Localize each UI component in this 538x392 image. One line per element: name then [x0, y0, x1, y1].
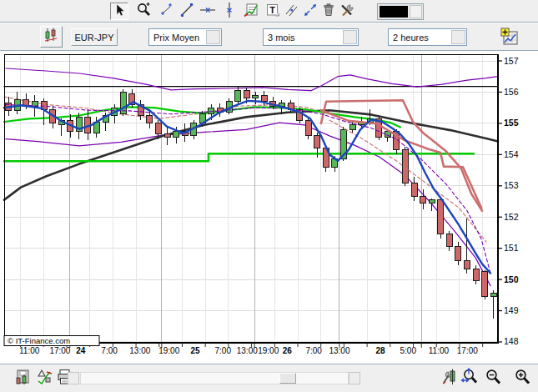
pointer-icon [112, 3, 127, 21]
zoom-in-button[interactable] [512, 369, 532, 389]
candle-body [305, 120, 311, 136]
text-tool-icon: T [265, 3, 280, 21]
candle-body [147, 116, 153, 123]
chart-style-button[interactable] [40, 26, 63, 48]
chart-panel: 14814915015115215315415515615711:0017:00… [0, 52, 538, 364]
parallel-lines-tool[interactable] [282, 3, 300, 20]
svg-text:148: 148 [504, 336, 519, 346]
scrollbar-track[interactable] [80, 372, 349, 384]
svg-text:25: 25 [191, 346, 201, 355]
svg-text:19:00: 19:00 [158, 346, 179, 355]
candle-body [438, 200, 444, 234]
vertical-line-tool[interactable] [220, 3, 239, 20]
save-chart-icon [14, 368, 33, 389]
svg-text:© IT-Finance.com: © IT-Finance.com [8, 336, 70, 345]
candle-body [429, 200, 435, 204]
svg-text:26: 26 [283, 346, 293, 355]
move-resize-tool[interactable] [301, 3, 319, 20]
zoom-fit-icon [460, 367, 480, 390]
zoom-out-button[interactable] [483, 369, 503, 389]
svg-text:11:00: 11:00 [429, 346, 450, 355]
candle-body [446, 234, 452, 247]
svg-text:151: 151 [504, 243, 519, 253]
svg-text:155: 155 [504, 118, 519, 128]
scrollbar-thumb[interactable] [279, 373, 296, 384]
candlesticks [6, 86, 496, 319]
scroll-left-button[interactable] [68, 372, 79, 384]
add-chart-icon [500, 27, 520, 50]
candle-body [473, 269, 479, 281]
candle-body [490, 294, 496, 297]
timeframe-value: 2 heures [389, 33, 451, 43]
bollinger-upper [6, 68, 498, 91]
zoom-out-icon [484, 368, 503, 390]
svg-text:5:00: 5:00 [400, 346, 417, 355]
parallel-lines-icon [284, 3, 299, 21]
vertical-line-icon [222, 2, 237, 22]
svg-text:157: 157 [504, 56, 519, 66]
save-chart-button[interactable] [13, 369, 33, 389]
price-type-select[interactable]: Prix Moyen [148, 28, 222, 46]
chart-settings-button[interactable] [440, 369, 460, 389]
period-dropdown-button[interactable] [343, 30, 357, 44]
color-picker[interactable] [377, 3, 424, 20]
period-value: 3 mois [264, 33, 343, 43]
symbol-toolbar: EUR-JPY Prix Moyen 3 mois 2 heures [0, 23, 538, 50]
svg-text:153: 153 [504, 180, 519, 190]
delete-object-tool[interactable] [319, 3, 338, 20]
svg-text:13:00: 13:00 [129, 346, 150, 355]
zoom-in-icon [513, 368, 532, 390]
candle-body [235, 91, 241, 102]
svg-text:150: 150 [504, 274, 519, 284]
svg-text:24: 24 [76, 346, 86, 355]
candle-body [314, 136, 320, 148]
candle-body [261, 95, 267, 101]
diagonal-arrows-icon [303, 3, 318, 21]
period-select[interactable]: 3 mois [263, 28, 359, 46]
svg-text:152: 152 [504, 212, 519, 222]
current-color-swatch [380, 6, 408, 18]
display-objects-button[interactable] [35, 369, 55, 389]
watermark: © IT-Finance.com [4, 336, 99, 346]
color-picker-button[interactable] [410, 5, 422, 18]
svg-text:149: 149 [504, 305, 519, 315]
svg-text:154: 154 [504, 149, 519, 159]
candle-body [464, 261, 470, 269]
horizontal-line-icon [199, 3, 216, 21]
drawing-settings-tool[interactable] [339, 3, 357, 20]
svg-text:17:00: 17:00 [457, 346, 478, 355]
candle-body [411, 183, 417, 197]
bollinger-lower [6, 123, 490, 286]
candle-body [420, 197, 426, 203]
oblique-line-tool[interactable] [178, 3, 196, 20]
chart-settings-icon [440, 368, 459, 389]
svg-text:17:00: 17:00 [49, 346, 70, 355]
svg-text:13:00: 13:00 [237, 346, 258, 355]
price-type-value: Prix Moyen [149, 33, 206, 43]
candle-body [164, 134, 170, 138]
add-chart-button[interactable] [500, 28, 520, 48]
candle-body [482, 272, 488, 297]
svg-text:7:00: 7:00 [305, 346, 322, 355]
horizontal-line-tool[interactable] [199, 3, 217, 20]
app-window: { "top_toolbar": { "selected_tool": "sel… [0, 0, 538, 392]
zoom-magnifier-tool[interactable] [134, 3, 153, 20]
candle-body [455, 247, 461, 261]
zoom-fit-button[interactable] [460, 369, 480, 389]
scroll-right-button[interactable] [349, 372, 360, 384]
symbol-button[interactable]: EUR-JPY [71, 28, 118, 46]
timeframe-select[interactable]: 2 heures [388, 28, 467, 46]
indicator-lines-tool[interactable] [242, 3, 260, 20]
segment-icon [159, 3, 174, 21]
price-type-dropdown-button[interactable] [206, 30, 220, 44]
pointer-select-tool[interactable] [110, 3, 128, 20]
text-annotation-tool[interactable]: T [264, 3, 282, 20]
chart-plot[interactable]: 14814915015115215315415515615711:0017:00… [0, 52, 538, 364]
indicator-sheet-icon [244, 3, 259, 21]
timeframe-dropdown-button[interactable] [451, 30, 465, 44]
svg-text:13:00: 13:00 [329, 346, 349, 355]
svg-text:7:00: 7:00 [215, 346, 232, 355]
divider-highlight [0, 364, 538, 365]
trend-segment-tool[interactable] [158, 3, 176, 20]
svg-text:19:00: 19:00 [258, 346, 279, 355]
